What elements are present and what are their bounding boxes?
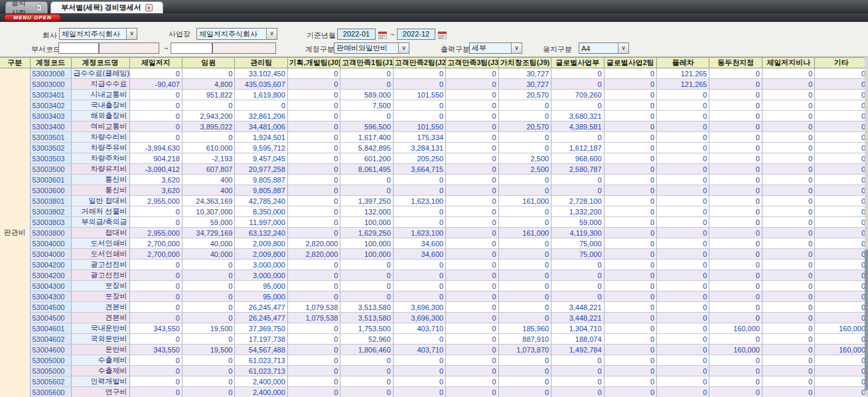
column-header[interactable]: 제일저지비나	[762, 58, 814, 68]
paper-type-select[interactable]: A4 ∨	[579, 42, 629, 54]
column-header[interactable]: 구분	[0, 58, 30, 68]
table-row[interactable]: 53003800접대비2,955,00034,729,16963,132,240…	[0, 228, 868, 238]
table-row[interactable]: 53003503차량주차비904,218-2,1939,457,0450601,…	[0, 153, 868, 164]
column-header[interactable]: 글로벌사업2팀	[604, 58, 656, 68]
dropdown-arrow-icon[interactable]: ∨	[511, 43, 522, 53]
column-header[interactable]: 가치창조팀(J9)	[498, 58, 551, 68]
table-row[interactable]: 53004300포장비0095,00000000000000	[0, 291, 868, 302]
table-row[interactable]: 판관비53003008급수수료(클레임)0033,102,450000030,7…	[0, 68, 868, 79]
table-row[interactable]: 53004500견본비0026,245,4771,079,5383,513,58…	[0, 313, 868, 323]
table-row[interactable]: 53003501차량수리비001,924,50101,617,400175,33…	[0, 132, 868, 143]
dropdown-arrow-icon[interactable]: ∨	[618, 43, 628, 53]
amount-cell: 4,800	[182, 79, 234, 90]
tab-expense-report[interactable]: 부서별(세목) 경비명세서 x	[50, 1, 163, 13]
amount-cell: 0	[551, 175, 604, 185]
table-row[interactable]: 53003000지급수수료-90,4074,800435,035,6070000…	[0, 79, 868, 90]
table-row[interactable]: 53003801일반 접대비2,955,00024,363,16942,785,…	[0, 196, 868, 206]
amount-cell: 0	[762, 302, 814, 313]
column-header[interactable]: 고객만족1팀(J1)	[340, 58, 393, 68]
amount-cell: 0	[815, 164, 868, 175]
amount-cell: 0	[287, 355, 340, 366]
dept-code-label: 부서코드	[31, 44, 60, 54]
table-row[interactable]: 53004200광고선전비003,000,00000000000000	[0, 270, 868, 281]
amount-cell: 904,218	[129, 153, 182, 164]
column-header[interactable]: 고객만족3팀(J3)	[446, 58, 498, 68]
column-header[interactable]: 플레차	[657, 58, 709, 68]
column-header[interactable]: 제일저지	[129, 58, 182, 68]
amount-cell: 0	[604, 196, 656, 206]
amount-cell: 0	[604, 376, 656, 387]
amount-cell: 0	[340, 355, 393, 366]
amount-cell: 0	[815, 366, 868, 376]
company-select[interactable]: 제일저지주식회사 ∨	[59, 28, 137, 40]
dept-name-to-input[interactable]	[212, 42, 276, 54]
column-header[interactable]: 계정코드	[30, 58, 71, 68]
amount-cell: 0	[393, 206, 445, 217]
column-header[interactable]: 동두천지점	[709, 58, 762, 68]
amount-cell: 887,910	[498, 334, 551, 345]
amount-cell: 0	[446, 260, 498, 270]
column-header[interactable]: 계정코드명	[71, 58, 129, 68]
amount-cell: 9,457,045	[235, 153, 287, 164]
table-row[interactable]: 53003403해외출장비02,943,20032,861,206000003,…	[0, 111, 868, 121]
account-type-select[interactable]: 판매비와일반비 ∨	[334, 42, 409, 54]
amount-cell: 1,304,710	[551, 323, 604, 334]
calendar-icon[interactable]	[438, 30, 447, 39]
period-from-input[interactable]: 2022-01	[337, 29, 376, 40]
amount-cell: 0	[657, 164, 709, 175]
table-row[interactable]: 53003402국내출장비00007,500000000000	[0, 100, 868, 111]
vertical-scrollbar[interactable]	[865, 57, 868, 396]
scrollbar-thumb[interactable]	[865, 250, 868, 390]
tab-close-icon[interactable]: x	[36, 4, 42, 11]
amount-cell: 0	[287, 334, 340, 345]
dept-name-from-input[interactable]	[99, 42, 159, 54]
column-header[interactable]: 기타	[815, 58, 868, 68]
amount-cell: 59,000	[182, 217, 234, 228]
table-row[interactable]: 53005000수출제비0061,023,71300000000000	[0, 366, 868, 376]
table-row[interactable]: 53005602인력개발비002,400,00000000000000	[0, 376, 868, 387]
amount-cell: 0	[393, 111, 445, 121]
amount-cell: 121,265	[657, 68, 709, 79]
calendar-icon[interactable]	[378, 30, 387, 39]
column-header[interactable]: 관리팀	[235, 58, 287, 68]
amount-cell: 32,861,206	[235, 111, 287, 121]
tab-notice[interactable]: 공지사항 x	[5, 1, 48, 13]
dropdown-arrow-icon[interactable]: ∨	[266, 29, 277, 39]
table-row[interactable]: 53004602국외운반비0017,197,738052,96000887,91…	[0, 334, 868, 345]
table-row[interactable]: 53005600연구비002,400,00000000000000	[0, 387, 868, 397]
table-row[interactable]: 53003502차량주유비-3,994,630610,0009,595,7120…	[0, 143, 868, 153]
amount-cell: 0	[762, 111, 814, 121]
table-row[interactable]: 53003802거래처 선물비010,307,0008,350,0000132,…	[0, 206, 868, 217]
table-row[interactable]: 53003600통신비3,6204009,805,88700000000000	[0, 185, 868, 196]
table-row[interactable]: 53004300포장비0095,00000000000000	[0, 281, 868, 291]
dept-code-to-input[interactable]	[171, 42, 212, 54]
period-to-input[interactable]: 2022-12	[397, 29, 435, 40]
table-row[interactable]: 53003401시내교통비0951,8221,619,8000589,00010…	[0, 90, 868, 100]
table-row[interactable]: 53003803부의금/축의금059,00011,997,0000100,000…	[0, 217, 868, 228]
site-select[interactable]: 제일저지주식회사 ∨	[196, 28, 277, 40]
account-code: 53003000	[30, 79, 71, 90]
output-type-select[interactable]: 세부 ∨	[469, 42, 522, 54]
column-header[interactable]: 고객만족2팀(J2)	[393, 58, 445, 68]
table-row[interactable]: 53003500차량유지비-3,090,412607,80720,977,258…	[0, 164, 868, 175]
column-header[interactable]: 글로벌사업부	[551, 58, 604, 68]
tab-close-icon[interactable]: x	[145, 4, 153, 11]
table-row[interactable]: 53003400여비교통비03,895,02234,481,0060596,50…	[0, 121, 868, 132]
menu-open-button[interactable]: MENU OPEN	[4, 14, 61, 21]
amount-cell: 4,389,581	[551, 121, 604, 132]
table-row[interactable]: 53004000도서인쇄비2,700,00040,0002,009,8002,8…	[0, 249, 868, 260]
table-row[interactable]: 53005000수출제비0061,023,71300000000000	[0, 355, 868, 366]
table-row[interactable]: 53004500견본비0026,245,4771,079,5383,513,58…	[0, 302, 868, 313]
dept-code-from-input[interactable]	[58, 42, 99, 54]
dropdown-arrow-icon[interactable]: ∨	[398, 43, 409, 53]
table-row[interactable]: 53003601통신비3,6204009,805,88700000000000	[0, 175, 868, 185]
table-row[interactable]: 53004601국내운반비343,55019,50037,369,75001,7…	[0, 323, 868, 334]
column-header[interactable]: 기획,개발팀(J0)	[287, 58, 340, 68]
table-row[interactable]: 53004200광고선전비003,000,00000000000000	[0, 260, 868, 270]
table-row[interactable]: 53004000도서인쇄비2,700,00040,0002,009,8002,8…	[0, 238, 868, 249]
amount-cell: 0	[498, 376, 551, 387]
amount-cell: 0	[129, 313, 182, 323]
table-row[interactable]: 53004600운반비343,55019,50054,567,48801,806…	[0, 345, 868, 355]
dropdown-arrow-icon[interactable]: ∨	[126, 29, 137, 39]
column-header[interactable]: 임원	[182, 58, 234, 68]
